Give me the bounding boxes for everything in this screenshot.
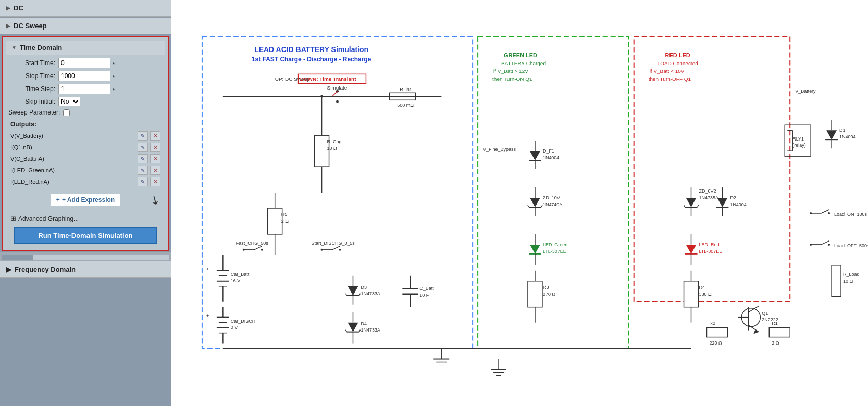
time-step-label: Time Step: <box>8 85 55 93</box>
svg-text:2 Ω: 2 Ω <box>281 219 289 224</box>
svg-text:1N4004: 1N4004 <box>543 155 559 160</box>
frequency-domain-label: Frequency Domain <box>15 265 76 273</box>
output-delete-4[interactable]: ✕ <box>150 177 160 186</box>
skip-initial-row: Skip Initial: No Yes <box>6 97 165 106</box>
main-canvas: LEAD ACID BATTERY Simulation 1st FAST Ch… <box>171 0 868 406</box>
svg-text:Car_DISCH: Car_DISCH <box>231 319 255 324</box>
svg-text:LTL-307EE: LTL-307EE <box>699 249 722 254</box>
svg-text:10 Ω: 10 Ω <box>327 146 337 151</box>
start-time-input[interactable] <box>58 58 110 68</box>
scrollbar-track <box>2 255 169 260</box>
svg-text:then Turn-ON Q1: then Turn-ON Q1 <box>492 76 532 82</box>
sidebar-item-dc-sweep[interactable]: ▶ DC Sweep <box>0 18 171 34</box>
sweep-parameter-label: Sweep Parameter: <box>8 109 60 116</box>
svg-text:10 F: 10 F <box>419 293 429 298</box>
scrollbar-thumb[interactable] <box>2 255 33 260</box>
plus-icon: + <box>56 196 60 204</box>
svg-text:1N4004: 1N4004 <box>839 134 855 139</box>
svg-text:V_Battery: V_Battery <box>795 88 816 94</box>
output-delete-2[interactable]: ✕ <box>150 154 160 163</box>
output-edit-4[interactable]: ✎ <box>138 177 148 186</box>
output-delete-0[interactable]: ✕ <box>150 131 160 141</box>
svg-text:220 Ω: 220 Ω <box>709 340 722 346</box>
output-edit-3[interactable]: ✎ <box>138 166 148 175</box>
svg-text:2 Ω: 2 Ω <box>772 340 779 346</box>
dc-label: DC <box>14 4 23 12</box>
time-step-unit: s <box>113 86 116 92</box>
output-delete-1[interactable]: ✕ <box>150 143 160 152</box>
sidebar-item-time-domain[interactable]: ▼ Time Domain <box>6 41 165 55</box>
svg-text:LEAD ACID BATTERY Simulation: LEAD ACID BATTERY Simulation <box>254 45 368 54</box>
advanced-graphing-row[interactable]: ⊞ Advanced Graphing... <box>6 212 165 224</box>
skip-initial-label: Skip Initial: <box>8 98 55 105</box>
sidebar-item-dc[interactable]: ▶ DC <box>0 0 171 17</box>
start-time-row: Start Time: s <box>6 58 165 68</box>
sidebar: ▶ DC ▶ DC Sweep ▼ Time Domain Start Time… <box>0 0 171 406</box>
output-row-3: I(LED_Green.nA) ✎ ✕ <box>6 164 165 176</box>
time-step-input[interactable] <box>58 84 110 94</box>
output-edit-0[interactable]: ✎ <box>138 131 148 141</box>
run-simulation-button[interactable]: Run Time-Domain Simulation <box>14 227 157 244</box>
svg-text:Load_ON_100s: Load_ON_100s <box>834 212 867 217</box>
dc-sweep-label: DC Sweep <box>14 22 47 30</box>
sweep-parameter-checkbox[interactable] <box>63 109 70 116</box>
svg-point-158 <box>810 212 812 214</box>
output-delete-3[interactable]: ✕ <box>150 166 160 175</box>
add-expression-button[interactable]: + + Add Expression <box>51 194 120 206</box>
stop-time-label: Stop Time: <box>8 72 55 80</box>
svg-text:ZD_6V2: ZD_6V2 <box>699 188 716 194</box>
svg-text:10 Ω: 10 Ω <box>843 278 853 284</box>
svg-text:270 Ω: 270 Ω <box>543 291 555 297</box>
svg-text:Q1: Q1 <box>762 311 768 316</box>
svg-text:LTL-307EE: LTL-307EE <box>543 249 566 254</box>
svg-text:RED LED: RED LED <box>665 52 690 58</box>
svg-text:ZD_10V: ZD_10V <box>543 195 560 200</box>
svg-text:GREEN LED: GREEN LED <box>504 52 537 58</box>
svg-text:R2: R2 <box>709 321 715 326</box>
svg-text:Simulate: Simulate <box>327 85 348 91</box>
svg-text:D2: D2 <box>730 195 736 200</box>
advanced-graphing-label: Advanced Graphing... <box>18 215 79 222</box>
sidebar-scrollbar[interactable] <box>0 252 171 261</box>
svg-text:V_Fine_Bypass: V_Fine_Bypass <box>483 147 516 152</box>
svg-point-33 <box>243 249 245 251</box>
run-simulation-label: Run Time-Domain Simulation <box>38 232 132 239</box>
svg-text:1N4733A: 1N4733A <box>361 327 380 333</box>
schematic-container[interactable]: LEAD ACID BATTERY Simulation 1st FAST Ch… <box>171 0 868 406</box>
skip-initial-select[interactable]: No Yes <box>58 97 80 106</box>
svg-text:R_int: R_int <box>400 87 411 92</box>
svg-text:D3: D3 <box>361 285 366 290</box>
svg-text:R_Load: R_Load <box>843 272 859 277</box>
svg-rect-140 <box>684 281 699 307</box>
output-edit-2[interactable]: ✎ <box>138 154 148 163</box>
svg-text:1N4740A: 1N4740A <box>543 202 562 207</box>
sidebar-item-frequency-domain[interactable]: ▶ Frequency Domain <box>0 261 171 278</box>
svg-rect-181 <box>832 265 841 297</box>
svg-point-34 <box>261 249 263 251</box>
output-row-2: V(C_Batt.nA) ✎ ✕ <box>6 153 165 164</box>
output-edit-1[interactable]: ✎ <box>138 143 148 152</box>
dc-sweep-arrow-icon: ▶ <box>6 23 10 29</box>
svg-text:16 V: 16 V <box>231 278 240 283</box>
svg-rect-27 <box>268 208 282 234</box>
svg-text:D_F1: D_F1 <box>543 148 554 154</box>
svg-text:LOAD Connected: LOAD Connected <box>658 60 698 66</box>
svg-text:if V_Batt < 10V: if V_Batt < 10V <box>650 68 685 74</box>
svg-point-39 <box>339 249 341 251</box>
svg-text:BATTERY Charged: BATTERY Charged <box>501 60 546 66</box>
svg-text:0 V: 0 V <box>231 325 238 330</box>
svg-text:D1: D1 <box>839 128 845 133</box>
stop-time-row: Stop Time: s <box>6 71 165 81</box>
output-name-3: I(LED_Green.nA) <box>10 167 138 173</box>
add-expression-label: + Add Expression <box>62 196 115 204</box>
stop-time-unit: s <box>113 73 116 79</box>
stop-time-input[interactable] <box>58 71 110 81</box>
svg-text:D4: D4 <box>361 321 366 326</box>
start-time-unit: s <box>113 60 116 66</box>
svg-text:if V_Batt > 12V: if V_Batt > 12V <box>493 68 528 74</box>
svg-text:then Turn-OFF Q1: then Turn-OFF Q1 <box>649 76 691 82</box>
output-name-1: I(Q1.nB) <box>10 144 138 150</box>
svg-text:R_Chg: R_Chg <box>327 139 342 144</box>
svg-text:1N4733A: 1N4733A <box>361 291 380 296</box>
svg-text:R3: R3 <box>543 285 549 290</box>
